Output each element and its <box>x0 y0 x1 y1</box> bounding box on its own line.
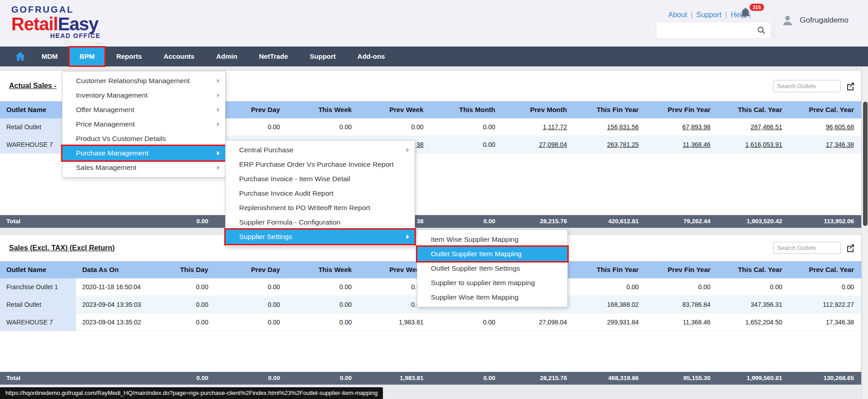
value-cell[interactable]: 96,605.68 <box>789 118 861 136</box>
submenu-arrow-icon <box>406 148 409 152</box>
menu-item-replenishment-to-po-writeoff-item-report[interactable]: Replenishment to PO Writeoff Item Report <box>226 201 415 215</box>
value-cell: 0.00 <box>431 314 503 331</box>
submenu-arrow-icon <box>217 151 220 155</box>
value-cell: 2023-09-04 13:35:02 <box>76 314 144 331</box>
logo-brand-text: GOFRUGAL <box>11 5 100 15</box>
menu-item-supplier-to-supplier-item-mapping[interactable]: Supplier to supplier item mapping <box>417 276 567 290</box>
menu-item-offer-management[interactable]: Offer Management <box>62 103 225 117</box>
nav-item-bpm[interactable]: BPM <box>69 47 105 66</box>
value-cell: 79,262.44 <box>646 215 718 228</box>
column-header-this-fin-year: This Fin Year <box>574 101 646 118</box>
value-cell: 17,346.38 <box>789 314 861 331</box>
nav-item-nettrade[interactable]: NetTrade <box>248 47 299 66</box>
value-cell: 0.00 <box>431 372 503 385</box>
outlet-name-cell: Retail Outlet <box>0 296 76 313</box>
menu-item-price-management[interactable]: Price Management <box>62 117 225 131</box>
value-cell: 0.00 <box>144 296 216 313</box>
value-cell: 1,652,204.50 <box>718 314 790 331</box>
logo-easy: Easy <box>58 14 98 34</box>
menu-item-central-purchase[interactable]: Central Purchase <box>226 143 415 157</box>
expand-icon[interactable] <box>846 82 855 90</box>
menu-item-purchase-invoice-audit-report[interactable]: Purchase Invoice Audit Report <box>226 186 415 201</box>
value-cell[interactable]: 156,831.56 <box>574 118 646 136</box>
outlet-search-input[interactable] <box>773 242 841 254</box>
value-cell: 0.00 <box>431 118 503 136</box>
column-header-prev-month: Prev Month <box>502 101 574 118</box>
vertical-scrollbar[interactable] <box>862 66 868 399</box>
value-cell: 468,319.86 <box>574 372 646 385</box>
home-button[interactable] <box>10 47 31 66</box>
search-icon[interactable] <box>757 26 770 35</box>
sales-excl-tax-title: Sales (Excl. TAX) (Excl Return) <box>9 244 115 252</box>
menu-item-outlet-supplier-item-mapping[interactable]: Outlet Supplier Item Mapping <box>417 247 567 261</box>
header-search-input[interactable] <box>656 27 757 34</box>
nav-item-reports[interactable]: Reports <box>105 47 153 66</box>
value-cell[interactable]: 1,616,053.91 <box>718 136 790 153</box>
value-cell <box>76 215 144 228</box>
menu-item-purchase-invoice-item-wise-detail[interactable]: Purchase Invoice - Item Wise Detail <box>226 172 415 186</box>
nav-item-admin[interactable]: Admin <box>205 47 248 66</box>
nav-item-support[interactable]: Support <box>299 47 347 66</box>
outlet-name-cell: Total <box>0 215 76 228</box>
expand-icon[interactable] <box>846 244 855 252</box>
value-cell: 168,388.02 <box>574 296 646 313</box>
menu-item-supplier-wise-item-mapping[interactable]: Supplier Wise Item Mapping <box>417 290 567 305</box>
nav-item-mdm[interactable]: MDM <box>31 47 69 66</box>
value-cell: 130,268.65 <box>789 372 861 385</box>
outlet-name-cell: WAREHOUSE 7 <box>0 314 76 331</box>
menu-item-customer-relationship-management[interactable]: Customer Relationship Management <box>62 74 225 88</box>
nav-item-accounts[interactable]: Accounts <box>153 47 205 66</box>
status-url-bar: https://hqonlinedemo.gofrugal.com/RayMed… <box>0 387 383 399</box>
menu-item-label: Purchase Invoice - Item Wise Detail <box>239 175 350 183</box>
value-cell: 28,215.76 <box>502 372 574 385</box>
value-cell: 0.00 <box>287 278 359 296</box>
submenu-arrow-icon <box>217 93 220 98</box>
link-separator: | <box>725 11 727 19</box>
menu-item-outlet-supplier-item-settings[interactable]: Outlet Supplier Item Settings <box>417 261 567 276</box>
menu-item-supplier-settings[interactable]: Supplier Settings <box>226 230 415 244</box>
value-cell: 0.00 <box>718 278 790 296</box>
menu-item-product-vs-customer-details[interactable]: Product Vs Customer Details <box>62 131 225 146</box>
menu-item-label: Central Purchase <box>239 146 293 154</box>
column-header-this-cal-year: This Cal. Year <box>718 101 790 118</box>
menu-item-inventory-management[interactable]: Inventory Management <box>62 88 225 103</box>
link-separator: | <box>691 11 693 19</box>
actual-sales-title: Actual Sales - <box>9 82 57 90</box>
value-cell: 0.00 <box>216 296 288 313</box>
value-cell[interactable]: 263,781.25 <box>574 136 646 153</box>
menu-item-label: Supplier Formula - Configuration <box>239 218 340 226</box>
value-cell: 2020-11-18 16:50:04 <box>76 278 144 296</box>
submenu-arrow-icon <box>217 122 220 127</box>
value-cell: 0.00 <box>216 278 288 296</box>
value-cell[interactable]: 287,466.51 <box>718 118 790 136</box>
menu-item-label: Purchase Invoice Audit Report <box>239 189 334 197</box>
menu-item-erp-purchase-order-vs-purchase-invoice-report[interactable]: ERP Purchase Order Vs Purchase Invoice R… <box>226 157 415 172</box>
column-header-prev-cal-year: Prev Cal. Year <box>789 261 861 278</box>
value-cell: 28,215.76 <box>502 215 574 228</box>
menu-item-item-wise-supplier-mapping[interactable]: Item Wise Supplier Mapping <box>417 232 567 247</box>
value-cell[interactable]: 1,117.72 <box>502 118 574 136</box>
notification-bell-button[interactable]: 315 <box>740 6 764 23</box>
menu-item-supplier-formula-configuration[interactable]: Supplier Formula - Configuration <box>226 215 415 230</box>
value-cell: 1,999,560.81 <box>718 372 790 385</box>
value-cell[interactable]: 67,893.98 <box>646 118 718 136</box>
menu-item-sales-management[interactable]: Sales Management <box>62 160 225 175</box>
value-cell: 0.00 <box>216 118 288 136</box>
value-cell: 0.00 <box>646 278 718 296</box>
actual-sales-total-row: Total0.00380.0028,215.76420,612.8179,262… <box>0 215 861 228</box>
value-cell: 0.00 <box>144 314 216 331</box>
submenu-arrow-icon <box>406 235 409 239</box>
value-cell[interactable]: 27,098.04 <box>502 136 574 153</box>
menu-item-purchase-management[interactable]: Purchase Management <box>62 146 225 160</box>
value-cell: 0.00 <box>287 118 359 136</box>
scrollbar-thumb[interactable] <box>863 102 868 226</box>
outlet-search-input[interactable] <box>773 80 841 92</box>
about-link[interactable]: About <box>668 11 687 19</box>
menu-item-label: Supplier Settings <box>239 233 292 241</box>
value-cell[interactable]: 11,368.46 <box>646 136 718 153</box>
value-cell[interactable]: 17,346.38 <box>789 136 861 153</box>
value-cell: 2023-09-04 13:35:03 <box>76 296 144 313</box>
nav-item-add-ons[interactable]: Add-ons <box>347 47 396 66</box>
support-link[interactable]: Support <box>696 11 722 19</box>
user-menu[interactable]: Gofrugaldemo <box>781 14 849 27</box>
